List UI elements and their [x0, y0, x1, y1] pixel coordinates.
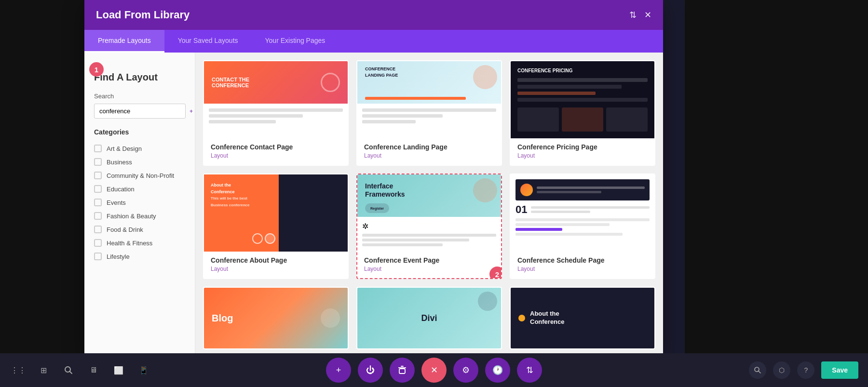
mobile-icon-btn[interactable]: 📱: [135, 361, 152, 379]
category-checkbox[interactable]: [94, 199, 102, 206]
category-art-design[interactable]: Art & Design: [94, 142, 185, 155]
layout-card-info: Conference Pricing Page Layout: [511, 138, 654, 165]
trash-button[interactable]: [390, 358, 415, 383]
layout-card-landing[interactable]: CONFERENCELANDING PAGE: [356, 60, 502, 166]
history-button[interactable]: 🕐: [485, 358, 510, 383]
modal-dialog: Load From Library ⇅ ✕ Premade Layouts Yo…: [84, 0, 663, 354]
modal-body: 1 Find A Layout Search + Filter Categori…: [84, 53, 663, 354]
layout-card-info: Conference Landing Page Layout: [357, 138, 501, 165]
grid-icon-btn[interactable]: ⋮⋮: [10, 361, 27, 379]
layout-card-about[interactable]: About theConferenceThis will be the best…: [203, 173, 349, 279]
category-label: Business: [107, 159, 132, 166]
category-checkbox[interactable]: [94, 253, 102, 260]
toolbar-left: ⋮⋮ ⊞ 🖥 ⬜ 📱: [10, 361, 152, 379]
category-food[interactable]: Food & Drink: [94, 223, 185, 236]
layout-card-name: Conference Schedule Page: [517, 256, 648, 264]
close-icon[interactable]: ✕: [644, 10, 651, 20]
toolbar-right: ⬡ ? Save: [749, 361, 858, 379]
category-checkbox[interactable]: [94, 239, 102, 247]
layout-icon-btn[interactable]: ⊞: [35, 361, 52, 379]
bg-right-panel: [685, 0, 868, 354]
category-events[interactable]: Events: [94, 196, 185, 209]
svg-rect-2: [399, 369, 405, 374]
layout-card-event[interactable]: 2 InterfaceFrameworks Register: [356, 173, 502, 279]
layout-card-info: Conference Schedule Page Layout: [511, 252, 654, 278]
category-education[interactable]: Education: [94, 182, 185, 196]
power-button[interactable]: ⏻: [358, 358, 383, 383]
save-button[interactable]: Save: [821, 361, 858, 379]
settings-button[interactable]: ⚙: [453, 358, 478, 383]
layout-card-about-alt[interactable]: About theConference: [510, 287, 655, 349]
svg-line-1: [70, 372, 72, 374]
category-checkbox[interactable]: [94, 172, 102, 179]
sidebar-title: Find A Layout: [94, 72, 185, 83]
layout-card-info: Conference Event Page Layout: [357, 252, 501, 278]
category-label: Events: [107, 199, 126, 206]
category-label: Education: [107, 186, 135, 193]
category-label: Art & Design: [107, 145, 142, 152]
add-button[interactable]: +: [326, 358, 351, 383]
layout-card-type: Layout: [364, 152, 494, 159]
category-business[interactable]: Business: [94, 155, 185, 169]
filter-button[interactable]: + Filter: [190, 108, 195, 115]
layout-card-contact[interactable]: CONTACT THECONFERENCE Conference Contact: [203, 60, 349, 166]
layout-card-type: Layout: [517, 152, 648, 159]
layout-card-info: Conference Contact Page Layout: [204, 138, 348, 165]
modal-header-actions: ⇅ ✕: [629, 10, 651, 20]
category-fashion[interactable]: Fashion & Beauty: [94, 209, 185, 223]
x-button[interactable]: ✕: [421, 358, 447, 383]
layout-card-type: Layout: [517, 266, 648, 272]
search-icon-btn[interactable]: [60, 361, 77, 379]
category-checkbox[interactable]: [94, 226, 102, 233]
tablet-icon-btn[interactable]: ⬜: [110, 361, 127, 379]
search-input[interactable]: [94, 104, 186, 119]
search-row: + Filter: [94, 104, 185, 119]
category-health[interactable]: Health & Fitness: [94, 236, 185, 250]
category-lifestyle[interactable]: Lifestyle: [94, 250, 185, 263]
category-community[interactable]: Community & Non-Profit: [94, 169, 185, 182]
layout-card-pricing[interactable]: CONFERENCE PRICING: [510, 60, 655, 166]
toolbar-center: + ⏻ ✕ ⚙ 🕐 ⇅: [326, 358, 542, 383]
layout-card-name: Conference Pricing Page: [517, 143, 648, 151]
sort-button[interactable]: ⇅: [517, 358, 542, 383]
category-label: Lifestyle: [107, 253, 130, 260]
layout-card-type: Layout: [364, 266, 494, 272]
layers-icon[interactable]: ⬡: [773, 361, 790, 379]
layout-card-info: Conference About Page Layout: [204, 252, 348, 278]
layout-card-name: Conference Contact Page: [211, 143, 341, 151]
bottom-toolbar: ⋮⋮ ⊞ 🖥 ⬜ 📱 + ⏻ ✕ ⚙ 🕐 ⇅: [0, 353, 868, 387]
category-checkbox[interactable]: [94, 212, 102, 220]
sort-icon[interactable]: ⇅: [629, 10, 637, 20]
step-2-badge: 2: [489, 267, 502, 279]
layout-card-type: Layout: [211, 152, 341, 159]
layout-card-type: Layout: [211, 266, 341, 272]
category-label: Community & Non-Profit: [107, 172, 174, 179]
category-label: Food & Drink: [107, 226, 143, 233]
layout-card-name: Conference Landing Page: [364, 143, 494, 151]
desktop-icon-btn[interactable]: 🖥: [85, 361, 102, 379]
layout-card-divi[interactable]: Divi: [356, 287, 502, 349]
main-content: CONTACT THECONFERENCE Conference Contact: [195, 53, 663, 354]
step-1-badge: 1: [89, 62, 104, 77]
category-checkbox[interactable]: [94, 158, 102, 166]
tab-premade[interactable]: Premade Layouts: [84, 30, 164, 53]
modal-header: Load From Library ⇅ ✕: [84, 0, 663, 30]
search-label: Search: [94, 93, 185, 100]
bg-left-panel: [0, 0, 84, 354]
category-checkbox[interactable]: [94, 145, 102, 152]
category-checkbox[interactable]: [94, 185, 102, 193]
category-label: Fashion & Beauty: [107, 213, 156, 220]
search-right-icon[interactable]: [749, 361, 766, 379]
help-icon[interactable]: ?: [797, 361, 814, 379]
modal-title: Load From Library: [96, 9, 190, 21]
tab-saved[interactable]: Your Saved Layouts: [164, 30, 252, 53]
modal-tabs: Premade Layouts Your Saved Layouts Your …: [84, 30, 663, 53]
layout-card-schedule[interactable]: 01: [510, 173, 655, 279]
layout-card-blog[interactable]: Blog: [203, 287, 349, 349]
layouts-grid: CONTACT THECONFERENCE Conference Contact: [203, 60, 655, 349]
categories-title: Categories: [94, 128, 185, 136]
sidebar: 1 Find A Layout Search + Filter Categori…: [84, 53, 195, 354]
tab-existing[interactable]: Your Existing Pages: [252, 30, 339, 53]
layout-card-name: Conference About Page: [211, 256, 341, 264]
layout-card-name: Conference Event Page: [364, 256, 494, 264]
